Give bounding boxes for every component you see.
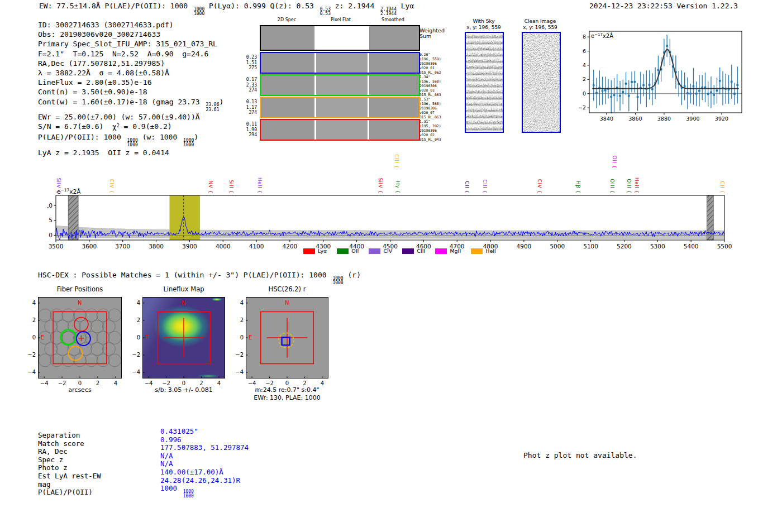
- cleanimage-image: [522, 32, 561, 133]
- cutout-ytick: −2: [128, 352, 140, 358]
- svg-text:5100: 5100: [583, 243, 598, 250]
- spec2d-left-values: 0.231.51275: [241, 55, 257, 71]
- info-line: LineFlux = 2.80(±0.35)e-16: [38, 78, 223, 87]
- cutout-xtick: −4: [246, 380, 258, 386]
- svg-text:3900: 3900: [182, 243, 197, 250]
- cutout-xtick: −4: [39, 380, 50, 386]
- svg-text:0: 0: [49, 232, 53, 238]
- info-line: λ = 3882.22Å σ = 4.08(±0.58)Å: [38, 68, 223, 78]
- cutout-ytick: −4: [23, 369, 36, 375]
- svg-text:10: 10: [47, 202, 53, 209]
- svg-text:4900: 4900: [517, 243, 532, 250]
- cutout-ytick: −4: [231, 369, 244, 375]
- spec2d-row: [260, 25, 420, 51]
- emission-label-SiII: SiII {: [228, 180, 234, 194]
- cutout-xtick: 2: [92, 380, 103, 386]
- svg-text:5300: 5300: [650, 243, 665, 250]
- sky-stripes: [466, 33, 503, 132]
- legend-item-OII: OII: [337, 248, 359, 254]
- spec2d-right-labels: 1.53"(196, 568)20190306v020_07315_RL_063: [419, 97, 454, 119]
- emission-label-OIII: OIII {: [626, 179, 632, 194]
- cutout-xtick: 4: [213, 380, 225, 386]
- cutout-xtick: 2: [196, 380, 207, 386]
- cutout-xtick: −2: [161, 380, 172, 386]
- spec2d-header-smoothed: Smoothed: [368, 17, 418, 22]
- cutout-ytick: 2: [23, 317, 36, 323]
- stacked-fraction: 10001000: [332, 276, 343, 286]
- cutout-ytick: 4: [231, 300, 244, 306]
- emission-label-OII: OII {: [612, 156, 617, 169]
- svg-text:3700: 3700: [115, 243, 130, 250]
- svg-text:N: N: [78, 300, 82, 306]
- full-spectrum-svg: 3500360037003800390040004100420043004400…: [47, 155, 732, 258]
- svg-text:3800: 3800: [149, 243, 164, 250]
- legend-item-CIV: CIV: [369, 248, 392, 254]
- stacked-fraction: 10001000: [194, 7, 204, 17]
- lineflux-caption: s/b: 3.05 +/- 0.081: [136, 386, 232, 394]
- stacked-fraction: 2.19442.1944: [380, 7, 397, 17]
- svg-text:3920: 3920: [715, 116, 728, 122]
- hsc-cutout-title: HSC(26.2) r: [246, 285, 328, 293]
- cutout-ytick: 4: [128, 300, 140, 306]
- lineflux-map-title: Lineflux Map: [142, 285, 225, 293]
- info-line: S/N = 6.7(±0.6) χ2 = 0.9(±0.2): [38, 122, 223, 132]
- cutout-ytick: 2: [128, 317, 140, 323]
- cutout-xtick: 0: [282, 380, 293, 386]
- line-fit-plot: 38403860388039003920−202468e−17​x2Å: [574, 22, 747, 134]
- info-line: Cont(n) = 3.50(±0.90)e-18: [38, 87, 223, 97]
- cleanimage-title: Clean Imagex, y: 196, 559: [516, 18, 565, 31]
- emission-label-CIV: CIV {: [109, 179, 115, 194]
- cutout-ytick: 2: [231, 317, 244, 323]
- svg-text:e−17​x2Å: e−17​x2Å: [591, 32, 613, 39]
- svg-text:4200: 4200: [283, 243, 298, 250]
- emission-label-NV: NV {: [208, 181, 213, 194]
- svg-text:5: 5: [49, 217, 53, 223]
- cutout-overlay: NE: [246, 297, 328, 378]
- svg-text:4100: 4100: [249, 243, 264, 250]
- withsky-image: [465, 32, 504, 133]
- cutout-xtick: −4: [143, 380, 154, 386]
- emission-label-Hβ: Hβ {: [575, 181, 581, 194]
- timestamp-version: 2024-12-23 23:22:53 Version 1.22.3: [589, 2, 738, 10]
- emission-label-OIII: OIII {: [609, 179, 615, 194]
- svg-text:E: E: [249, 334, 252, 341]
- hsc-dex-header: HSC-DEX : Possible Matches = 1 (within +…: [38, 271, 361, 285]
- fiber-positions-xlabel: arcsecs: [38, 386, 122, 394]
- svg-text:N: N: [285, 300, 289, 306]
- match-row-value: 1000 10001000: [160, 485, 249, 499]
- svg-text:0: 0: [583, 90, 586, 97]
- full-spectrum-plot: 3500360037003800390040004100420043004400…: [47, 155, 732, 261]
- line-fit-svg: 38403860388039003920−202468e−17​x2Å: [574, 22, 747, 132]
- svg-text:3500: 3500: [49, 243, 64, 250]
- hsc-caption-1: m:24.5 re:0.7" s:0.4": [239, 386, 335, 394]
- svg-text:E: E: [41, 334, 44, 341]
- svg-text:5000: 5000: [550, 243, 565, 250]
- info-line: RA,Dec (177.507812,51.297985): [38, 59, 223, 68]
- cutout-xtick: 4: [317, 380, 328, 386]
- spec2d-right-labels: 1.34"(196, 568)20190306v020_03315_RL_063: [419, 75, 454, 97]
- info-line: ID: 3002714633 (3002714633.pdf): [38, 20, 223, 30]
- svg-text:2: 2: [583, 76, 586, 82]
- cutout-ytick: 0: [128, 334, 140, 341]
- svg-text:3900: 3900: [686, 116, 699, 122]
- match-row-label: RA, Dec: [38, 448, 101, 456]
- emission-label-CIII: CIII {: [482, 179, 488, 194]
- legend-item-CIII: CIII: [402, 248, 425, 254]
- match-row-label: mag: [38, 481, 101, 489]
- spec2d-left-values: 0.131.17274: [241, 99, 257, 116]
- cutout-xtick: 0: [74, 380, 85, 386]
- detection-info-block: ID: 3002714633 (3002714633.pdf)Obs: 2019…: [38, 20, 223, 157]
- svg-text:5500: 5500: [717, 243, 732, 250]
- spec2d-left-values: 0.111.90294: [241, 122, 257, 138]
- summary-header-line: EW: 77.5±14.8Å P(LAE)/P(OII): 1000 10001…: [39, 2, 414, 16]
- cutout-xtick: −2: [264, 380, 275, 386]
- legend-item-HeII: HeII: [471, 248, 496, 254]
- emission-label-HeII: HeII {: [634, 178, 640, 194]
- cutout-ytick: 4: [23, 300, 36, 306]
- spec2d-row: [260, 52, 420, 74]
- stacked-fraction: 23.8623.61: [206, 103, 219, 112]
- spectrum-legend: LyαOIICIVCIIIMgIIHeII: [303, 248, 496, 254]
- match-row-value: 0.431025": [160, 428, 249, 436]
- match-row-value: N/A: [160, 452, 249, 461]
- spec2d-header-2dspec: 2D Spec: [260, 17, 314, 22]
